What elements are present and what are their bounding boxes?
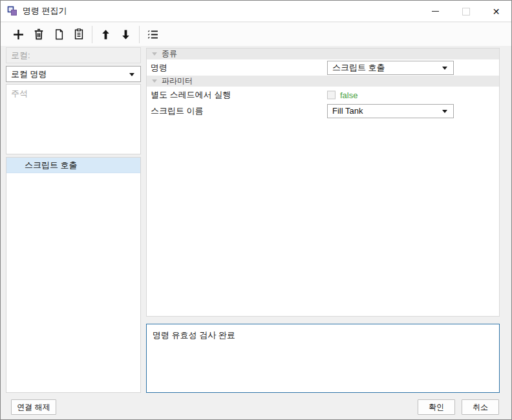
command-list[interactable]: 스크립트 호출 (6, 157, 141, 393)
clipboard-icon (72, 28, 85, 41)
collapse-triangle-icon (152, 52, 157, 56)
command-dropdown-value: 스크립트 호출 (332, 62, 385, 74)
chevron-down-icon (129, 73, 134, 76)
add-button[interactable] (8, 25, 28, 44)
separate-thread-checkbox[interactable] (327, 90, 336, 99)
validation-message: 명령 유효성 검사 완료 (153, 330, 235, 340)
row-label: 스크립트 이름 (151, 105, 204, 117)
list-icon (146, 28, 160, 41)
move-up-button[interactable] (96, 25, 116, 44)
copy-button[interactable] (48, 25, 69, 44)
cancel-button[interactable]: 취소 (462, 399, 499, 415)
list-item-label: 스크립트 호출 (25, 160, 78, 171)
arrow-down-icon (120, 28, 132, 41)
command-dropdown[interactable]: 스크립트 호출 (327, 61, 454, 75)
row-separate-thread: 별도 스레드에서 실행 false (147, 87, 499, 103)
script-name-dropdown[interactable]: Fill Tank (327, 104, 454, 118)
toolbar-separator (139, 26, 140, 43)
comment-input[interactable] (6, 84, 141, 154)
ok-button[interactable]: 확인 (418, 399, 455, 415)
plus-icon (12, 28, 25, 41)
paste-button[interactable] (69, 25, 89, 44)
disconnect-button[interactable]: 연결 해제 (11, 399, 56, 415)
ok-button-label: 확인 (429, 402, 444, 413)
script-name-value: Fill Tank (332, 106, 363, 116)
command-type-value: 로컬 명령 (11, 68, 47, 80)
validation-status-box: 명령 유효성 검사 완료 (146, 324, 500, 393)
property-grid: 종류 명령 스크립트 호출 파라미터 별도 스레드에서 실행 false 스크립… (146, 48, 500, 317)
section-header-label: 파라미터 (162, 76, 193, 87)
local-label: 로컬: (11, 50, 30, 61)
window-controls: ✕ (420, 1, 511, 22)
minimize-icon (432, 11, 439, 12)
close-button[interactable]: ✕ (481, 1, 511, 22)
row-label: 별도 스레드에서 실행 (151, 89, 231, 101)
section-header-label: 종류 (162, 48, 177, 59)
maximize-icon (462, 8, 470, 16)
cancel-button-label: 취소 (473, 402, 488, 413)
command-editor-dialog: 명령 편집기 ✕ (0, 0, 512, 420)
section-header-parameters[interactable]: 파라미터 (147, 76, 499, 87)
delete-button[interactable] (28, 25, 48, 44)
list-item-script-call[interactable]: 스크립트 호출 (6, 158, 140, 173)
minimize-button[interactable] (420, 1, 451, 22)
toolbar (1, 23, 511, 46)
row-script-name: 스크립트 이름 Fill Tank (147, 103, 499, 119)
disconnect-button-label: 연결 해제 (17, 402, 50, 413)
move-down-button[interactable] (116, 25, 136, 44)
command-type-dropdown[interactable]: 로컬 명령 (6, 66, 141, 82)
arrow-up-icon (100, 28, 112, 41)
list-view-button[interactable] (143, 25, 163, 44)
checkbox-value-label: false (340, 90, 357, 100)
maximize-button (451, 1, 481, 22)
window-title: 명령 편집기 (23, 5, 67, 17)
close-icon: ✕ (493, 7, 500, 16)
local-label-field: 로컬: (6, 47, 141, 63)
titlebar: 명령 편집기 ✕ (1, 1, 511, 22)
section-header-type[interactable]: 종류 (147, 48, 499, 59)
app-icon (7, 6, 17, 16)
copy-icon (52, 28, 65, 41)
trash-icon (32, 28, 45, 41)
chevron-down-icon (442, 110, 447, 113)
collapse-triangle-icon (152, 79, 157, 83)
row-command: 명령 스크립트 호출 (147, 59, 499, 76)
row-label: 명령 (151, 62, 167, 74)
chevron-down-icon (442, 67, 447, 70)
toolbar-separator (92, 26, 92, 43)
